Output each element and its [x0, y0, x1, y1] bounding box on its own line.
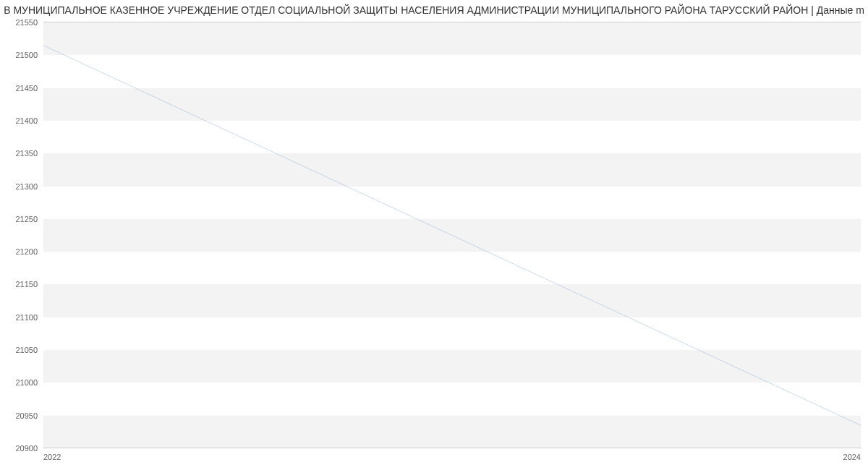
y-tick-label: 21050 — [15, 346, 38, 354]
grid-band — [43, 88, 861, 121]
y-tick-label: 21100 — [15, 313, 38, 322]
grid-band — [43, 219, 861, 252]
y-tick-label: 21450 — [15, 84, 38, 93]
grid-band — [43, 22, 861, 55]
chart-area: 2090020950210002105021100211502120021250… — [43, 22, 861, 448]
grid-band — [43, 153, 861, 186]
plot-region: 2090020950210002105021100211502120021250… — [43, 22, 861, 448]
y-tick-label: 21300 — [15, 182, 38, 191]
y-tick-label: 21150 — [15, 280, 38, 289]
y-tick-label: 21250 — [15, 215, 38, 223]
grid-band — [43, 350, 861, 383]
y-tick-label: 20900 — [15, 444, 38, 453]
grid-band — [43, 284, 861, 317]
x-tick-label: 2024 — [843, 453, 861, 461]
y-tick-label: 21500 — [15, 51, 38, 59]
y-tick-label: 21550 — [15, 18, 38, 27]
x-tick-label: 2022 — [43, 453, 61, 461]
y-tick-label: 21200 — [15, 247, 38, 256]
axis-bottom — [43, 448, 861, 448]
y-tick-label: 20950 — [15, 411, 38, 420]
y-tick-label: 21400 — [15, 116, 38, 125]
y-tick-label: 21350 — [15, 149, 38, 158]
y-tick-label: 21000 — [15, 378, 38, 387]
grid-band — [43, 416, 861, 448]
chart-title: В МУНИЦИПАЛЬНОЕ КАЗЕННОЕ УЧРЕЖДЕНИЕ ОТДЕ… — [0, 0, 868, 16]
